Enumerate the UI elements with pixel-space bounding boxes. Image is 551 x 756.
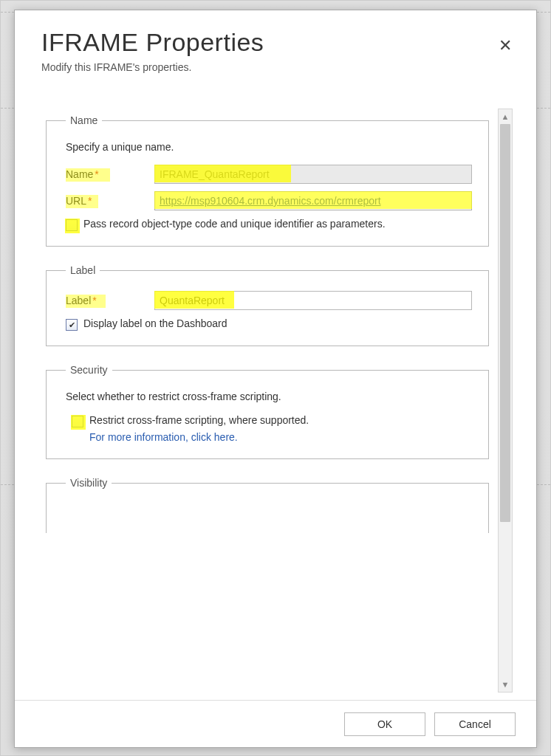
- dialog-subtitle: Modify this IFRAME's properties.: [41, 61, 510, 73]
- row-name: Name*: [66, 165, 472, 184]
- group-security: Security Select whether to restrict cros…: [46, 364, 489, 459]
- dialog-body: ▲ ▼ Name Specify a unique name. Name*: [44, 109, 513, 693]
- group-security-legend: Security: [66, 364, 112, 376]
- required-asterisk: *: [88, 195, 92, 207]
- highlight: [65, 219, 80, 233]
- dialog-header: IFRAME Properties Modify this IFRAME's p…: [15, 10, 536, 79]
- row-restrict-scripting: Restrict cross-frame scripting, where su…: [72, 414, 472, 427]
- dialog-footer: OK Cancel: [15, 700, 536, 747]
- page-backdrop: IFRAME Properties Modify this IFRAME's p…: [0, 0, 551, 756]
- name-input[interactable]: [154, 165, 472, 184]
- group-security-desc: Select whether to restrict cross-frame s…: [66, 391, 472, 402]
- ok-button[interactable]: OK: [344, 712, 425, 736]
- pass-params-checkbox[interactable]: [66, 219, 78, 231]
- required-asterisk: *: [92, 295, 96, 306]
- name-field-wrap: [154, 165, 472, 184]
- url-field-wrap: [154, 191, 472, 210]
- scroll-up-icon[interactable]: ▲: [499, 109, 512, 124]
- group-visibility-legend: Visibility: [66, 477, 112, 489]
- scroll-track[interactable]: [499, 124, 512, 677]
- group-label: Label Label* Display label on: [46, 264, 489, 346]
- dialog-content: Name Specify a unique name. Name*: [44, 109, 492, 533]
- row-url: URL*: [66, 191, 472, 210]
- highlight: [71, 415, 86, 430]
- vertical-scrollbar[interactable]: ▲ ▼: [498, 109, 513, 693]
- scroll-down-icon[interactable]: ▼: [499, 677, 512, 692]
- scroll-thumb[interactable]: [500, 124, 510, 522]
- display-label-checkbox[interactable]: [66, 319, 78, 331]
- group-visibility: Visibility: [46, 477, 489, 533]
- row-label: Label*: [66, 291, 472, 310]
- iframe-properties-dialog: IFRAME Properties Modify this IFRAME's p…: [14, 10, 537, 748]
- dialog-title: IFRAME Properties: [41, 28, 510, 57]
- label-field-wrap: [154, 291, 472, 310]
- label-input[interactable]: [154, 291, 472, 310]
- required-asterisk: *: [95, 168, 98, 180]
- restrict-scripting-label: Restrict cross-frame scripting, where su…: [89, 414, 309, 426]
- row-display-label: Display label on the Dashboard: [66, 317, 472, 331]
- row-more-info: For more information, click here.: [89, 430, 472, 444]
- group-name-desc: Specify a unique name.: [66, 141, 472, 153]
- pass-params-label: Pass record object-type code and unique …: [83, 218, 386, 230]
- row-pass-params: Pass record object-type code and unique …: [66, 218, 472, 231]
- more-info-link[interactable]: For more information, click here.: [89, 431, 238, 443]
- close-icon[interactable]: ✕: [495, 35, 516, 56]
- url-input[interactable]: [154, 191, 472, 210]
- group-name: Name Specify a unique name. Name*: [46, 114, 489, 247]
- url-label: URL*: [66, 195, 154, 207]
- cancel-button[interactable]: Cancel: [434, 712, 516, 736]
- name-label: Name*: [66, 168, 154, 180]
- display-label-text: Display label on the Dashboard: [83, 317, 227, 329]
- label-label: Label*: [66, 295, 154, 306]
- group-name-legend: Name: [66, 114, 102, 126]
- group-label-legend: Label: [66, 264, 100, 276]
- restrict-scripting-checkbox[interactable]: [72, 416, 83, 427]
